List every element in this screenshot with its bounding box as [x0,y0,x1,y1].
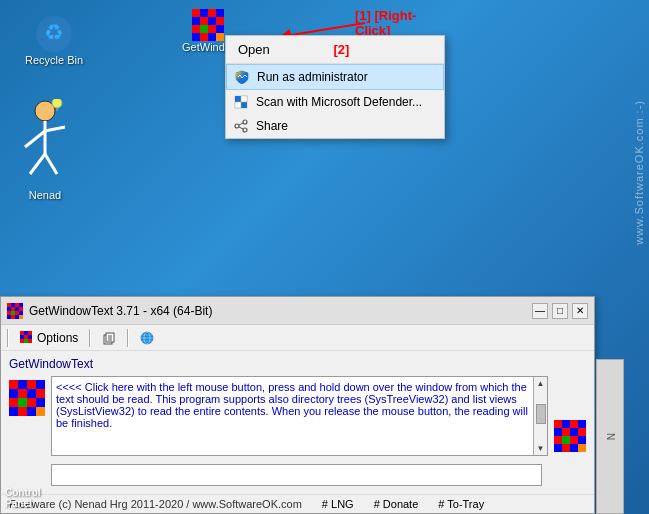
svg-rect-100 [578,436,586,444]
person-icon-label: Nenad [29,189,61,201]
svg-rect-76 [36,380,45,389]
options-label: Options [37,331,78,345]
annotation-step2: [2] [333,42,349,57]
svg-rect-83 [27,398,36,407]
svg-rect-77 [9,389,18,398]
svg-rect-10 [192,25,200,33]
svg-rect-6 [192,17,200,25]
app-content-icon [9,380,45,416]
annotation-step1-label: [1] [Right-Click] [355,8,425,38]
globe-icon [140,331,154,345]
svg-rect-2 [192,9,200,17]
svg-rect-49 [19,311,23,315]
context-menu-header: Open [2] [226,36,444,64]
svg-point-34 [235,124,239,128]
gwt-app-icon [192,9,224,41]
svg-rect-47 [11,311,15,315]
title-bar: GetWindowText 3.71 - x64 (64-Bit) — □ ✕ [1,297,594,325]
scan-with-defender-item[interactable]: Scan with Microsoft Defender... [226,90,444,114]
donate-link[interactable]: # Donate [374,498,419,510]
svg-rect-93 [554,428,562,436]
svg-rect-9 [216,17,224,25]
right-app-icon [554,420,586,452]
svg-rect-97 [554,436,562,444]
svg-rect-88 [36,407,45,416]
svg-rect-60 [20,339,24,343]
share-label: Share [256,119,288,133]
svg-rect-59 [28,335,32,339]
svg-rect-15 [200,33,208,41]
scroll-down-arrow[interactable]: ▼ [535,442,547,455]
svg-rect-89 [554,420,562,428]
app-window: GetWindowText 3.71 - x64 (64-Bit) — □ ✕ [0,296,595,514]
recycle-bin-label: Recycle Bin [25,54,83,66]
svg-rect-73 [9,380,18,389]
svg-rect-55 [24,331,28,335]
svg-rect-11 [200,25,208,33]
copy-button[interactable] [97,328,121,348]
svg-rect-84 [36,398,45,407]
svg-rect-61 [24,339,28,343]
svg-rect-48 [15,311,19,315]
text-display-area: <<<< Click here with the left mouse butt… [51,376,548,456]
minimize-button[interactable]: — [532,303,548,319]
lng-link[interactable]: # LNG [322,498,354,510]
svg-rect-7 [200,17,208,25]
svg-rect-80 [36,389,45,398]
svg-rect-41 [19,303,23,307]
svg-rect-78 [18,389,27,398]
svg-line-25 [45,154,57,174]
svg-rect-16 [208,33,216,41]
svg-rect-79 [27,389,36,398]
svg-rect-14 [192,33,200,41]
svg-rect-62 [28,339,32,343]
svg-rect-86 [18,407,27,416]
svg-rect-57 [20,335,24,339]
svg-rect-101 [554,444,562,452]
recycle-bin-icon[interactable]: ♻ Recycle Bin [14,10,94,70]
toolbar-separator-2 [89,329,91,347]
svg-rect-46 [7,311,11,315]
share-item[interactable]: Share [226,114,444,138]
to-tray-link[interactable]: # To-Tray [438,498,484,510]
svg-rect-13 [216,25,224,33]
left-icon-area [9,376,45,456]
defender-icon [234,95,248,109]
person-desktop-icon: Nenad [10,95,80,205]
svg-rect-31 [241,96,247,102]
svg-rect-17 [216,33,224,41]
svg-rect-75 [27,380,36,389]
close-button[interactable]: ✕ [572,303,588,319]
maximize-button[interactable]: □ [552,303,568,319]
globe-button[interactable] [135,328,159,348]
text-input-field[interactable] [51,464,542,486]
options-button[interactable]: Options [15,328,83,348]
svg-rect-92 [578,420,586,428]
left-side-panel: N [596,359,624,514]
run-as-administrator-item[interactable]: Run as administrator [226,64,444,90]
input-row [5,460,590,490]
svg-line-24 [30,154,45,174]
svg-rect-85 [9,407,18,416]
svg-rect-74 [18,380,27,389]
svg-rect-45 [19,307,23,311]
scroll-up-arrow[interactable]: ▲ [535,377,547,390]
title-bar-left: GetWindowText 3.71 - x64 (64-Bit) [7,303,212,319]
svg-rect-51 [11,315,15,319]
svg-rect-5 [216,9,224,17]
svg-rect-56 [28,331,32,335]
svg-rect-38 [7,303,11,307]
share-icon [234,119,248,133]
svg-line-37 [239,127,243,129]
copyright-text: Freeware (c) Nenad Hrg 2011-2020 / www.S… [9,498,302,510]
status-bar: Freeware (c) Nenad Hrg 2011-2020 / www.S… [1,494,594,513]
svg-rect-104 [578,444,586,452]
vertical-scrollbar[interactable]: ▲ ▼ [533,377,547,455]
description-text: <<<< Click here with the left mouse butt… [56,381,528,429]
scroll-thumb[interactable] [536,404,546,424]
run-as-admin-label: Run as administrator [257,70,368,84]
svg-rect-39 [11,303,15,307]
svg-rect-82 [18,398,27,407]
svg-rect-91 [570,420,578,428]
svg-rect-53 [19,315,23,319]
